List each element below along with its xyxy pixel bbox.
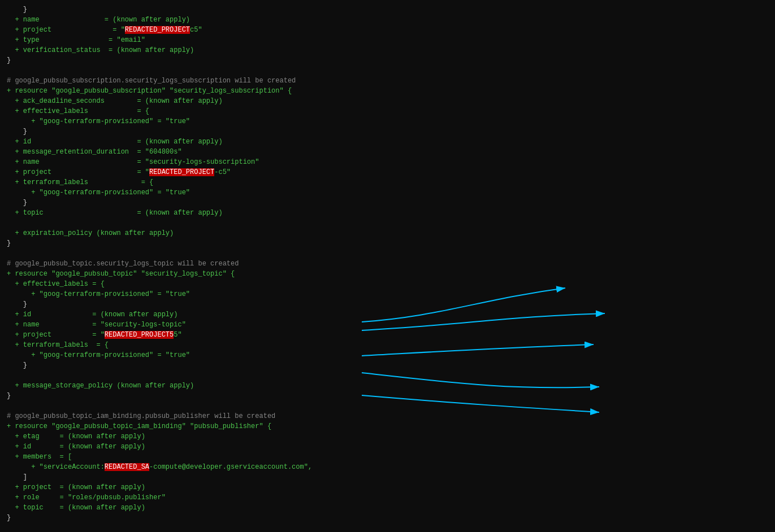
- terminal-line: [7, 401, 768, 411]
- terminal-line: + name = (known after apply): [7, 15, 768, 25]
- terminal-line: + verification_status = (known after app…: [7, 45, 768, 55]
- terminal-line: + type = "email": [7, 35, 768, 45]
- terminal-line: }: [7, 360, 768, 370]
- terminal-line: [7, 66, 768, 76]
- terminal-line: }: [7, 55, 768, 66]
- terminal-line: + message_storage_policy (known after ap…: [7, 381, 768, 391]
- terminal-line: + etag = (known after apply): [7, 431, 768, 442]
- terminal-line: # google_pubsub_topic_iam_binding.pubsub…: [7, 411, 768, 421]
- terminal-line: + terraform_labels = {: [7, 340, 768, 350]
- terminal-line: }: [7, 5, 768, 15]
- terminal-line: + "goog-terraform-provisioned" = "true": [7, 350, 768, 360]
- terminal-line: ]: [7, 472, 768, 482]
- terminal-line: [7, 248, 768, 259]
- terminal-line: + ack_deadline_seconds = (known after ap…: [7, 96, 768, 106]
- terminal-line: + project = (known after apply): [7, 482, 768, 492]
- terminal-line: + id = (known after apply): [7, 309, 768, 320]
- terminal-line: }: [7, 238, 768, 248]
- terminal-line: }: [7, 513, 768, 523]
- terminal-line: [7, 370, 768, 381]
- terminal-line: }: [7, 391, 768, 401]
- terminal-line: # google_pubsub_subscription.security_lo…: [7, 76, 768, 86]
- terminal-line: }: [7, 127, 768, 137]
- terminal-line: + resource "google_pubsub_subscription" …: [7, 86, 768, 96]
- terminal-line: # google_pubsub_topic.security_logs_topi…: [7, 259, 768, 269]
- terminal-line: + "goog-terraform-provisioned" = "true": [7, 116, 768, 127]
- terminal-line: [7, 218, 768, 228]
- terminal-line: + expiration_policy (known after apply): [7, 228, 768, 238]
- terminal-line: + name = "security-logs-subscription": [7, 157, 768, 167]
- terminal-line: + project = "REDACTED_PROJECT55": [7, 330, 768, 340]
- terminal-line: + topic = (known after apply): [7, 208, 768, 218]
- terminal-line: + resource "google_pubsub_topic" "securi…: [7, 269, 768, 279]
- terminal-line: + resource "google_pubsub_topic_iam_bind…: [7, 421, 768, 431]
- terminal-line: + message_retention_duration = "604800s": [7, 147, 768, 157]
- terminal-line: }: [7, 299, 768, 309]
- terminal-line: + "serviceAccount:REDACTED_SA-compute@de…: [7, 462, 768, 472]
- terminal-line: + project = "REDACTED_PROJECTc5": [7, 25, 768, 35]
- terminal-line: [7, 523, 768, 532]
- terminal-line: + "goog-terraform-provisioned" = "true": [7, 289, 768, 299]
- terminal-line: + id = (known after apply): [7, 442, 768, 452]
- terminal-line: + "goog-terraform-provisioned" = "true": [7, 187, 768, 198]
- terminal-output: } + name = (known after apply) + project…: [0, 0, 775, 532]
- terminal-line: + effective_labels = {: [7, 279, 768, 289]
- terminal-line: + members = [: [7, 452, 768, 462]
- terminal-line: + role = "roles/pubsub.publisher": [7, 492, 768, 503]
- terminal-line: + id = (known after apply): [7, 137, 768, 147]
- terminal-line: + effective_labels = {: [7, 106, 768, 116]
- terminal-line: }: [7, 198, 768, 208]
- terminal-line: + name = "security-logs-topic": [7, 320, 768, 330]
- terminal-line: + project = "REDACTED_PROJECT-c5": [7, 167, 768, 177]
- terminal-line: + topic = (known after apply): [7, 503, 768, 513]
- terminal-line: + terraform_labels = {: [7, 177, 768, 187]
